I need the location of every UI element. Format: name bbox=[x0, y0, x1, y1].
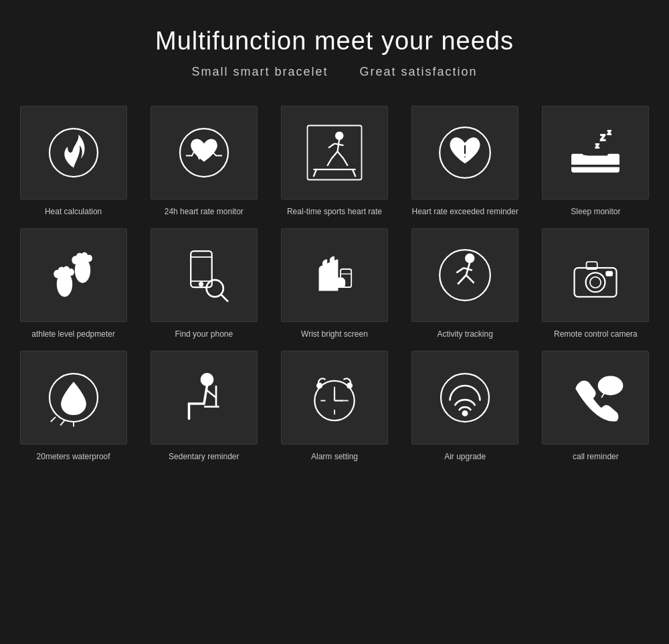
feature-label-find-phone: Find your phone bbox=[175, 329, 233, 340]
svg-text:Z: Z bbox=[607, 129, 611, 136]
svg-rect-54 bbox=[607, 271, 613, 275]
icon-box-sleep-monitor: Z Z Z bbox=[542, 106, 649, 199]
feature-label-sedentary: Sedentary reminder bbox=[169, 451, 239, 463]
feature-wrist-screen: Wrist bright screen bbox=[274, 228, 394, 340]
svg-point-6 bbox=[336, 132, 343, 139]
feature-activity-tracking: Activity tracking bbox=[405, 228, 525, 340]
feature-heart-rate-monitor: 24h heart rate monitor bbox=[144, 106, 264, 218]
svg-line-7 bbox=[337, 139, 339, 151]
icon-box-alarm bbox=[281, 351, 388, 445]
svg-text:Z: Z bbox=[601, 133, 606, 143]
feature-air-upgrade: Air upgrade bbox=[405, 351, 525, 463]
svg-point-34 bbox=[86, 255, 91, 261]
feature-label-pedometer: athlete level pedpmeter bbox=[31, 329, 115, 340]
feature-heart-rate-exceeded: Heart rate exceeded reminder bbox=[405, 106, 525, 218]
feature-remote-camera: Remote control camera bbox=[536, 228, 656, 340]
svg-line-11 bbox=[343, 159, 347, 166]
svg-point-16 bbox=[464, 156, 466, 159]
feature-label-call-reminder: call reminder bbox=[573, 451, 619, 463]
svg-point-73 bbox=[463, 410, 468, 415]
feature-call-reminder: XXX call reminder bbox=[536, 351, 656, 463]
svg-line-10 bbox=[337, 151, 343, 159]
feature-label-waterproof: 20meters waterproof bbox=[37, 451, 110, 463]
features-grid: Heat calculation 24h heart rate monitor … bbox=[13, 106, 656, 462]
svg-line-4 bbox=[313, 169, 316, 177]
feature-sleep-monitor: Z Z Z Sleep monitor bbox=[536, 106, 656, 218]
page-header: Multifunction meet your needs Small smar… bbox=[155, 27, 514, 79]
feature-heat-calculation: Heat calculation bbox=[13, 106, 133, 218]
feature-label-air-upgrade: Air upgrade bbox=[444, 451, 486, 463]
icon-box-wrist-screen bbox=[281, 228, 388, 322]
svg-line-12 bbox=[328, 144, 334, 148]
feature-label-heart-rate-monitor: 24h heart rate monitor bbox=[165, 206, 244, 218]
svg-point-29 bbox=[68, 269, 73, 275]
svg-line-40 bbox=[221, 295, 228, 302]
svg-point-39 bbox=[206, 280, 223, 297]
feature-pedometer: athlete level pedpmeter bbox=[13, 228, 133, 340]
icon-box-call-reminder: XXX bbox=[542, 351, 649, 445]
svg-line-60 bbox=[207, 390, 216, 398]
svg-rect-18 bbox=[571, 165, 619, 167]
feature-label-activity-tracking: Activity tracking bbox=[438, 329, 493, 340]
icon-box-find-phone bbox=[151, 228, 258, 322]
icon-box-activity-tracking bbox=[411, 228, 518, 322]
svg-text:XXX: XXX bbox=[603, 381, 619, 390]
icon-box-heat-calculation bbox=[20, 106, 127, 199]
svg-line-9 bbox=[327, 159, 331, 166]
svg-line-47 bbox=[466, 275, 474, 283]
feature-label-alarm: Alarm setting bbox=[311, 451, 358, 463]
subtitle: Small smart bracelet Great satisfaction bbox=[155, 65, 514, 79]
svg-line-46 bbox=[458, 275, 466, 285]
icon-box-waterproof bbox=[20, 351, 127, 445]
svg-line-8 bbox=[331, 151, 337, 159]
feature-label-wrist-screen: Wrist bright screen bbox=[301, 329, 368, 340]
svg-line-49 bbox=[464, 268, 472, 270]
feature-label-heat-calculation: Heat calculation bbox=[45, 206, 102, 218]
icon-box-heart-rate-monitor bbox=[151, 106, 258, 199]
svg-point-44 bbox=[466, 254, 474, 262]
svg-rect-20 bbox=[607, 154, 619, 160]
feature-label-heart-rate-exceeded: Heart rate exceeded reminder bbox=[411, 206, 518, 218]
svg-text:Z: Z bbox=[595, 143, 599, 149]
subtitle-part1: Small smart bracelet bbox=[191, 65, 328, 78]
svg-line-57 bbox=[204, 386, 207, 404]
icon-box-remote-camera bbox=[542, 228, 649, 322]
feature-label-remote-camera: Remote control camera bbox=[554, 329, 638, 340]
feature-sports-heart-rate: Real-time sports heart rate bbox=[274, 106, 394, 218]
feature-waterproof: 20meters waterproof bbox=[13, 351, 133, 463]
icon-box-air-upgrade bbox=[411, 351, 518, 445]
svg-line-5 bbox=[353, 169, 356, 177]
subtitle-part2: Great satisfaction bbox=[360, 65, 478, 78]
feature-label-sports-heart-rate: Real-time sports heart rate bbox=[287, 206, 382, 218]
svg-point-71 bbox=[347, 383, 352, 388]
feature-find-phone: Find your phone bbox=[144, 228, 264, 340]
icon-box-pedometer bbox=[20, 228, 127, 322]
svg-line-48 bbox=[457, 268, 464, 272]
feature-sedentary: Sedentary reminder bbox=[144, 351, 264, 463]
svg-point-24 bbox=[577, 155, 591, 163]
icon-box-sports-heart-rate bbox=[281, 106, 388, 199]
svg-point-51 bbox=[586, 272, 605, 292]
main-title: Multifunction meet your needs bbox=[155, 27, 514, 56]
icon-box-sedentary bbox=[151, 351, 258, 445]
svg-point-70 bbox=[317, 383, 322, 388]
svg-point-52 bbox=[590, 276, 601, 287]
svg-line-13 bbox=[334, 144, 344, 146]
svg-point-56 bbox=[201, 374, 213, 386]
feature-alarm: Alarm setting bbox=[274, 351, 394, 463]
icon-box-heart-rate-exceeded bbox=[411, 106, 518, 199]
svg-point-38 bbox=[199, 283, 203, 286]
feature-label-sleep-monitor: Sleep monitor bbox=[571, 206, 620, 218]
